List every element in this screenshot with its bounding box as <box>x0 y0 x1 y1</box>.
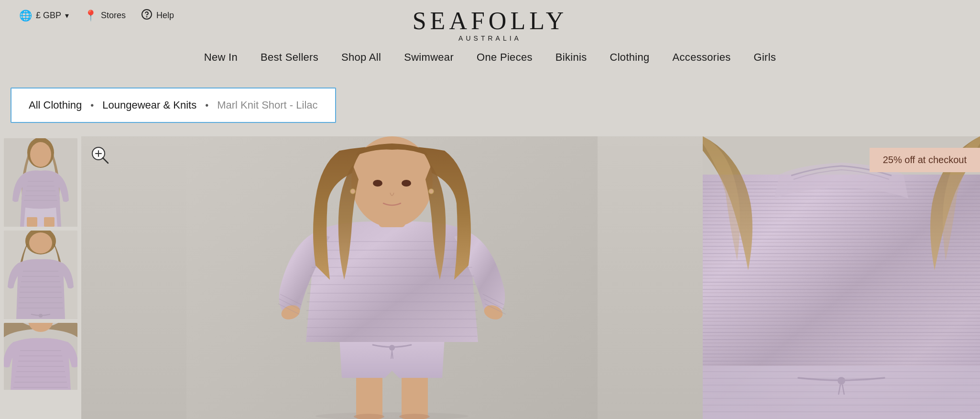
svg-point-71 <box>350 189 355 194</box>
stores-label: Stores <box>101 11 126 21</box>
svg-point-4 <box>30 142 51 167</box>
svg-point-1 <box>147 17 147 17</box>
breadcrumb-loungewear-knits[interactable]: Loungewear & Knits <box>102 99 196 111</box>
main-navigation: New In Best Sellers Shop All Swimwear On… <box>0 41 980 74</box>
nav-item-clothing[interactable]: Clothing <box>610 51 649 64</box>
thumbnail-1[interactable] <box>4 138 77 227</box>
nav-item-swimwear[interactable]: Swimwear <box>404 51 454 64</box>
thumbnail-2[interactable] <box>4 231 77 319</box>
chevron-down-icon: ▾ <box>65 11 69 20</box>
brand-logo[interactable]: SEAFOLLY AUSTRALIA <box>413 9 568 42</box>
svg-rect-152 <box>703 175 980 419</box>
breadcrumb: All Clothing • Loungewear & Knits • Marl… <box>11 88 336 123</box>
stores-icon: 📍 <box>84 10 97 22</box>
main-product-image <box>81 136 703 419</box>
nav-item-accessories[interactable]: Accessories <box>673 51 731 64</box>
svg-rect-6 <box>44 217 54 227</box>
nav-item-shop-all[interactable]: Shop All <box>341 51 381 64</box>
close-up-sweater-image <box>703 136 980 419</box>
breadcrumb-product-name: Marl Knit Short - Lilac <box>217 99 317 111</box>
svg-point-14 <box>29 232 52 254</box>
main-model-image <box>81 136 703 419</box>
globe-icon: 🌐 <box>19 10 32 22</box>
currency-label: £ GBP <box>36 11 61 21</box>
thumbnail-3[interactable] <box>4 323 77 390</box>
secondary-product-image: 25% off at checkout <box>703 136 980 419</box>
nav-item-new-in[interactable]: New In <box>204 51 238 64</box>
product-content-area: 25% off at checkout <box>0 136 980 419</box>
zoom-button[interactable] <box>89 144 110 165</box>
checkout-badge: 25% off at checkout <box>870 148 980 172</box>
help-label: Help <box>156 11 174 21</box>
svg-point-23 <box>39 314 43 318</box>
svg-point-70 <box>402 180 411 187</box>
logo-brand-name: SEAFOLLY <box>413 9 568 33</box>
currency-selector[interactable]: 🌐 £ GBP ▾ <box>19 10 69 22</box>
nav-item-best-sellers[interactable]: Best Sellers <box>261 51 318 64</box>
product-thumbnail-sidebar <box>0 136 81 419</box>
breadcrumb-sep-2: • <box>205 100 208 111</box>
breadcrumb-sep-1: • <box>90 100 94 111</box>
svg-point-44 <box>389 345 395 351</box>
breadcrumb-all-clothing[interactable]: All Clothing <box>29 99 82 111</box>
help-link[interactable]: Help <box>141 9 174 22</box>
stores-link[interactable]: 📍 Stores <box>84 10 126 22</box>
nav-item-one-pieces[interactable]: One Pieces <box>477 51 533 64</box>
logo-country: AUSTRALIA <box>413 34 568 42</box>
help-icon <box>141 9 152 22</box>
svg-point-72 <box>429 189 434 194</box>
nav-item-bikinis[interactable]: Bikinis <box>555 51 587 64</box>
svg-line-35 <box>103 158 108 163</box>
nav-item-girls[interactable]: Girls <box>754 51 776 64</box>
svg-point-69 <box>373 180 382 187</box>
svg-rect-5 <box>27 217 37 227</box>
